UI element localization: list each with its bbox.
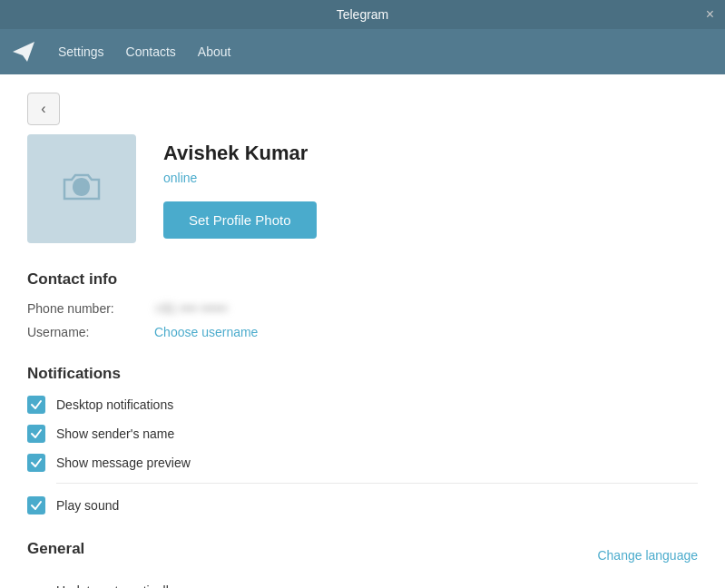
menu-item-about[interactable]: About [187, 39, 242, 64]
profile-name: Avishek Kumar [163, 142, 317, 165]
general-header: General Change language [27, 540, 698, 571]
update-row: Update automatically Version 0.7.23 Chec… [27, 583, 698, 588]
svg-point-1 [75, 181, 88, 193]
notifications-divider [56, 483, 698, 484]
change-language-link[interactable]: Change language [597, 548, 698, 563]
avatar [27, 134, 136, 243]
desktop-notifications-row: Desktop notifications [27, 396, 698, 414]
menu-item-contacts[interactable]: Contacts [115, 39, 187, 64]
choose-username-link[interactable]: Choose username [154, 325, 258, 339]
phone-label: Phone number: [27, 301, 154, 316]
camera-icon [59, 164, 104, 213]
close-button[interactable]: × [706, 7, 714, 22]
notifications-title: Notifications [27, 365, 698, 383]
profile-info: Avishek Kumar online Set Profile Photo [163, 134, 317, 239]
show-sender-label: Show sender's name [56, 426, 174, 441]
app-title: Telegram [337, 7, 389, 22]
main-content: ‹ Avishek Kumar online Set Profile Photo… [0, 74, 725, 588]
title-bar: Telegram × [0, 0, 725, 29]
update-left: Update automatically Version 0.7.23 [27, 583, 175, 588]
play-sound-label: Play sound [56, 498, 119, 513]
back-button[interactable]: ‹ [27, 93, 60, 125]
show-preview-label: Show message preview [56, 456, 191, 470]
menu-item-settings[interactable]: Settings [47, 39, 115, 64]
phone-row: Phone number: +91 •••• •••••• [27, 301, 698, 316]
show-preview-checkbox[interactable] [27, 454, 45, 472]
contact-info-section: Contact info Phone number: +91 •••• ••••… [27, 270, 698, 339]
menu-bar: Settings Contacts About [0, 29, 725, 74]
play-sound-row: Play sound [27, 496, 698, 514]
show-preview-row: Show message preview [27, 454, 698, 472]
desktop-notifications-label: Desktop notifications [56, 397, 173, 412]
update-automatically-label: Update automatically [56, 583, 175, 588]
svg-marker-0 [13, 42, 34, 62]
desktop-notifications-checkbox[interactable] [27, 396, 45, 414]
contact-info-title: Contact info [27, 270, 698, 289]
update-info: Update automatically Version 0.7.23 [56, 583, 175, 588]
phone-value: +91 •••• •••••• [154, 301, 228, 316]
general-title: General [27, 540, 84, 558]
profile-status: online [163, 171, 317, 185]
set-profile-photo-button[interactable]: Set Profile Photo [163, 201, 317, 239]
back-icon: ‹ [41, 101, 45, 117]
profile-section: Avishek Kumar online Set Profile Photo [27, 134, 698, 243]
username-label: Username: [27, 325, 154, 339]
app-logo [11, 39, 36, 64]
notifications-section: Notifications Desktop notifications Show… [27, 365, 698, 514]
general-section: General Change language Update automatic… [27, 540, 698, 588]
play-sound-checkbox[interactable] [27, 496, 45, 514]
username-row: Username: Choose username [27, 325, 698, 339]
show-sender-row: Show sender's name [27, 425, 698, 443]
show-sender-checkbox[interactable] [27, 425, 45, 443]
